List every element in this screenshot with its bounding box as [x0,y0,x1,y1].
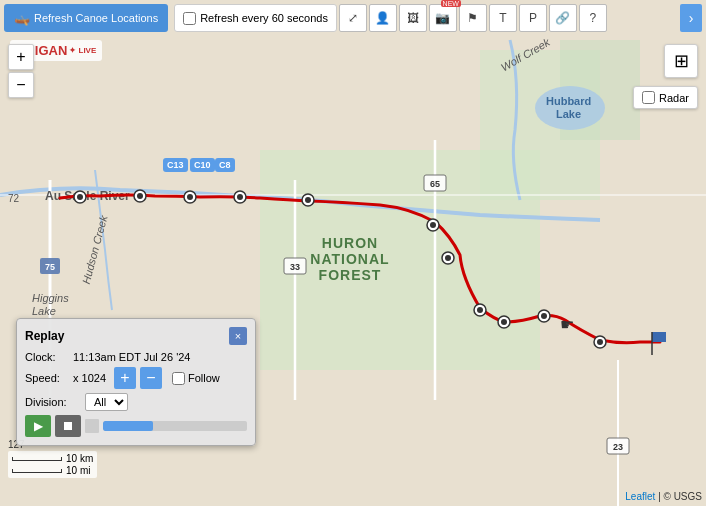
svg-point-34 [187,194,193,200]
canoe-marker-c13[interactable]: C13 [163,158,188,172]
svg-point-36 [237,194,243,200]
refresh-canoe-locations-button[interactable]: 🛶 Refresh Canoe Locations [4,4,168,32]
replay-stop-button[interactable] [55,415,81,437]
replay-step-button[interactable] [85,419,99,433]
replay-clock-value: 11:13am EDT Jul 26 '24 [73,351,190,363]
replay-play-button[interactable]: ▶ [25,415,51,437]
svg-text:☛: ☛ [560,316,574,333]
replay-speed-plus-button[interactable]: + [114,367,136,389]
logo-line1: ✦ LIVE [69,47,96,55]
replay-follow-label[interactable]: Follow [172,372,220,385]
person-icon: 👤 [375,11,390,25]
scale-mi-label: 10 mi [66,465,90,476]
image-icon: 🖼 [407,11,419,25]
svg-point-42 [445,255,451,261]
refresh-icon: 🛶 [14,11,30,26]
svg-text:Hubbard: Hubbard [546,95,591,107]
refresh-button-label: Refresh Canoe Locations [34,12,158,24]
svg-text:HURON: HURON [322,235,378,251]
replay-division-select[interactable]: All [85,393,128,411]
replay-panel: Replay × Clock: 11:13am EDT Jul 26 '24 S… [16,318,256,446]
svg-point-50 [597,339,603,345]
replay-division-label: Division: [25,396,81,408]
replay-header: Replay × [25,327,247,345]
canoe-marker-c8[interactable]: C8 [215,158,235,172]
replay-close-button[interactable]: × [229,327,247,345]
zoom-controls: + − [8,44,34,98]
svg-point-38 [305,197,311,203]
refresh-checkbox-label[interactable]: Refresh every 60 seconds [174,4,337,32]
logo-sub: ✦ LIVE [69,47,96,55]
svg-text:75: 75 [45,262,55,272]
scale-km-label: 10 km [66,453,93,464]
refresh-label-text: Refresh every 60 seconds [200,12,328,24]
replay-title: Replay [25,329,64,343]
layers-icon: ⊞ [674,50,689,72]
svg-point-48 [541,313,547,319]
replay-division-row: Division: All [25,393,247,411]
replay-speed-value: x 1024 [73,372,106,384]
leaflet-link[interactable]: Leaflet [625,491,655,502]
replay-speed-minus-button[interactable]: − [140,367,162,389]
expand-button[interactable]: ⤢ [339,4,367,32]
help-button[interactable]: ? [579,4,607,32]
toolbar-right-section: › [680,4,702,32]
replay-clock-label: Clock: [25,351,69,363]
replay-progress-fill [103,421,153,431]
refresh-checkbox[interactable] [183,12,196,25]
svg-text:FOREST: FOREST [319,267,382,283]
new-badge: NEW [441,0,461,7]
svg-text:NATIONAL: NATIONAL [310,251,389,267]
stop-icon [64,422,72,430]
attribution: Leaflet | © USGS [625,491,702,502]
replay-speed-label: Speed: [25,372,69,384]
expand-icon: ⤢ [348,11,358,25]
svg-text:72: 72 [8,193,20,204]
replay-clock-row: Clock: 11:13am EDT Jul 26 '24 [25,351,247,363]
svg-text:33: 33 [290,262,300,272]
toolbar-arrow-button[interactable]: › [680,4,702,32]
scale-km: 10 km [12,453,93,464]
zoom-out-button[interactable]: − [8,72,34,98]
canoe-marker-c10[interactable]: C10 [190,158,215,172]
map-container: 75 33 65 23 72 Higgins Lake Au Sable Riv… [0,0,706,506]
svg-point-30 [77,194,83,200]
help-icon: ? [590,11,597,25]
scale-ruler-km [12,457,62,461]
svg-point-40 [430,222,436,228]
radar-checkbox[interactable] [642,91,655,104]
layers-button[interactable]: ⊞ [664,44,698,78]
replay-progress-bar [103,421,247,431]
person-button[interactable]: 👤 [369,4,397,32]
pin-icon: P [529,11,537,25]
attribution-text: Leaflet | © USGS [625,491,702,502]
svg-point-46 [501,319,507,325]
link-button[interactable]: 🔗 [549,4,577,32]
svg-text:Lake: Lake [32,305,56,317]
svg-rect-51 [652,332,666,342]
link-icon: 🔗 [555,11,570,25]
svg-point-44 [477,307,483,313]
image-button[interactable]: 🖼 [399,4,427,32]
replay-follow-text: Follow [188,372,220,384]
text-tool-button[interactable]: T [489,4,517,32]
toolbar: 🛶 Refresh Canoe Locations Refresh every … [0,0,706,36]
camera-button[interactable]: 📷 [429,4,457,32]
camera-icon: 📷 [435,11,450,25]
replay-follow-checkbox[interactable] [172,372,185,385]
flag-button[interactable]: ⚑ [459,4,487,32]
svg-text:Lake: Lake [556,108,581,120]
zoom-in-button[interactable]: + [8,44,34,70]
scale-ruler-mi [12,469,62,473]
flag-icon: ⚑ [467,11,478,25]
radar-button[interactable]: Radar [633,86,698,109]
replay-speed-row: Speed: x 1024 + − Follow [25,367,247,389]
scale-bar: 10 km 10 mi [8,451,97,478]
radar-label: Radar [659,92,689,104]
svg-text:Higgins: Higgins [32,292,69,304]
svg-point-32 [137,193,143,199]
pin-button[interactable]: P [519,4,547,32]
svg-text:65: 65 [430,179,440,189]
replay-controls: ▶ [25,415,247,437]
scale-mi: 10 mi [12,465,93,476]
